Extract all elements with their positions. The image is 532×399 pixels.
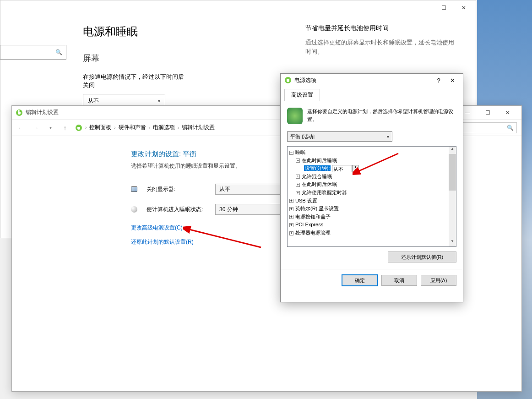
help-button[interactable]: ?: [432, 77, 445, 84]
search-input[interactable]: 🔍: [0, 45, 66, 60]
search-icon: 🔍: [507, 125, 514, 131]
collapse-icon[interactable]: −: [296, 159, 300, 163]
chevron-right-icon: ›: [85, 125, 87, 130]
tips-heading: 节省电量并延长电池使用时间: [305, 24, 457, 33]
settings-tree: −睡眠 −在此时间后睡眠 设置(分钟): 从不▲▼ +允许混合睡眠 +在此时间后…: [287, 146, 456, 247]
expand-icon[interactable]: +: [289, 207, 293, 211]
chevron-right-icon: ›: [114, 125, 115, 130]
tree-item-pci[interactable]: +PCI Express: [289, 221, 454, 229]
dialog-intro-text: 选择你要自定义的电源计划，然后选择你希望计算机管理的电源设置。: [307, 108, 456, 123]
tips-text: 通过选择更短的屏幕显示时长和睡眠设置，延长电池使用时间。: [305, 38, 457, 56]
tree-item-setting-value[interactable]: 设置(分钟): 从不▲▼: [289, 164, 454, 173]
chevron-right-icon: ›: [178, 125, 179, 130]
sleep-label: 使计算机进入睡眠状态:: [147, 206, 206, 213]
up-button[interactable]: ↑: [60, 124, 70, 131]
display-off-label: 关闭显示器:: [147, 186, 206, 193]
maximize-button[interactable]: ☐: [434, 1, 454, 14]
spinner-up-icon[interactable]: ▲: [353, 165, 358, 169]
expand-icon[interactable]: +: [296, 183, 300, 187]
breadcrumb-item[interactable]: 控制面板: [89, 124, 111, 131]
tree-item-hibernate-after[interactable]: +在此时间后休眠: [289, 180, 454, 189]
display-off-value: 从不: [219, 186, 230, 193]
expand-icon[interactable]: +: [289, 199, 293, 203]
svg-rect-1: [18, 110, 19, 112]
monitor-icon: [131, 186, 137, 192]
breadcrumb-item[interactable]: 硬件和声音: [119, 124, 146, 131]
screen-heading: 屏幕: [83, 53, 186, 64]
expand-icon[interactable]: +: [289, 223, 293, 227]
forward-button[interactable]: →: [31, 124, 40, 131]
close-button[interactable]: ✕: [498, 106, 518, 119]
power-plan-icon: [287, 108, 303, 124]
recent-dropdown[interactable]: ▾: [46, 125, 55, 130]
scroll-up-icon[interactable]: ▲: [449, 147, 456, 154]
breadcrumb-item[interactable]: 编辑计划设置: [182, 124, 215, 131]
power-plug-icon: [16, 109, 23, 116]
tree-item-cpu[interactable]: +处理器电源管理: [289, 229, 454, 237]
settings-titlebar: — ☐ ✕: [0, 0, 476, 15]
sleep-value: 30 分钟: [219, 206, 238, 213]
scroll-down-icon[interactable]: ▼: [449, 239, 456, 246]
close-button[interactable]: ✕: [454, 1, 474, 14]
power-options-dialog: 电源选项 ? ✕ 高级设置 选择你要自定义的电源计划，然后选择你希望计算机管理的…: [280, 73, 463, 302]
power-options-titlebar: 电源选项 ? ✕: [281, 74, 463, 87]
breadcrumb-item[interactable]: 电源选项: [153, 124, 175, 131]
screen-off-label: 在接通电源的情况下，经过以下时间后关闭: [83, 73, 186, 89]
svg-rect-2: [20, 110, 21, 112]
tree-item-wake-timers[interactable]: +允许使用唤醒定时器: [289, 189, 454, 197]
plan-select-value: 平衡 [活动]: [290, 133, 315, 140]
close-button[interactable]: ✕: [445, 77, 459, 84]
chevron-down-icon: ▾: [158, 98, 160, 104]
setting-label: 设置(分钟):: [304, 165, 331, 171]
restore-plan-defaults-button[interactable]: 还原计划默认值(R): [388, 251, 456, 262]
spinner-down-icon[interactable]: ▼: [353, 169, 358, 172]
screen-off-value: 从不: [88, 97, 99, 105]
dialog-footer: 确定 取消 应用(A): [281, 269, 463, 291]
search-icon: 🔍: [55, 49, 62, 55]
setting-value-input[interactable]: 从不: [332, 165, 352, 172]
expand-icon[interactable]: +: [296, 175, 300, 179]
scrollbar-thumb[interactable]: [449, 154, 456, 191]
settings-page-title: 电源和睡眠: [83, 24, 186, 39]
tree-item-sleep-after[interactable]: −在此时间后睡眠: [289, 157, 454, 165]
tree-item-intel-gfx[interactable]: +英特尔(R) 显卡设置: [289, 205, 454, 213]
tree-item-sleep[interactable]: −睡眠: [289, 148, 454, 157]
cancel-button[interactable]: 取消: [381, 275, 417, 286]
back-button[interactable]: ←: [16, 124, 26, 131]
apply-button[interactable]: 应用(A): [421, 275, 456, 286]
tree-item-hybrid[interactable]: +允许混合睡眠: [289, 173, 454, 181]
expand-icon[interactable]: +: [296, 191, 300, 195]
moon-icon: [131, 206, 137, 213]
power-options-title: 电源选项: [294, 77, 316, 84]
edit-plan-title: 编辑计划设置: [26, 109, 59, 116]
plan-select[interactable]: 平衡 [活动] ▾: [287, 131, 392, 142]
tree-scrollbar[interactable]: ▲ ▼: [449, 147, 456, 246]
expand-icon[interactable]: +: [289, 215, 293, 219]
collapse-icon[interactable]: −: [289, 151, 293, 155]
minimize-button[interactable]: —: [413, 1, 434, 14]
chevron-down-icon: ▾: [387, 134, 389, 139]
tree-item-usb[interactable]: +USB 设置: [289, 197, 454, 205]
maximize-button[interactable]: ☐: [478, 106, 498, 119]
power-plug-icon: [75, 124, 82, 131]
spinner-buttons[interactable]: ▲▼: [352, 165, 358, 172]
power-plug-icon: [284, 77, 292, 84]
expand-icon[interactable]: +: [289, 231, 293, 235]
tab-advanced[interactable]: 高级设置: [284, 89, 320, 101]
chevron-right-icon: ›: [149, 125, 150, 130]
ok-button[interactable]: 确定: [342, 275, 378, 286]
tree-item-power-buttons[interactable]: +电源按钮和盖子: [289, 213, 454, 221]
tab-strip: 高级设置: [281, 87, 463, 101]
